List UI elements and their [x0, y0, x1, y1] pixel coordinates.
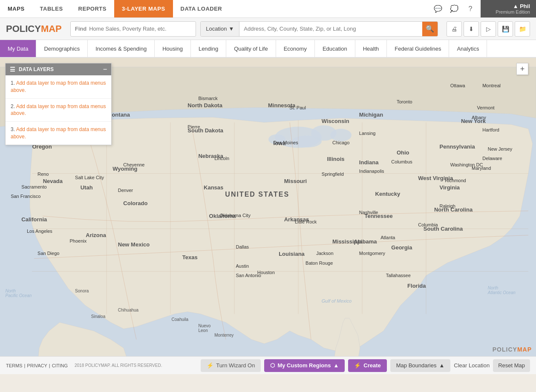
copyright-text: 2018 POLICYMAP. ALL RIGHTS RESERVED.: [75, 363, 162, 368]
location-box: Location ▼ 🔍: [200, 21, 438, 37]
nav-dataloader[interactable]: DATA LOADER: [173, 0, 230, 17]
username: ▲ Phil: [513, 3, 530, 9]
nav-3layer[interactable]: 3-LAYER MAPS: [114, 0, 173, 17]
svg-point-4: [292, 136, 322, 148]
layer-2-number: 2.: [11, 103, 16, 109]
map-container[interactable]: Oregon Idaho Montana Wyoming Nevada Cali…: [0, 58, 536, 374]
tab-housing[interactable]: Housing: [155, 40, 191, 57]
layer-2-text: Add data layer to map from data menus ab…: [11, 103, 106, 117]
top-right-icons: 💬 💭 ?: [432, 0, 481, 17]
comment-icon[interactable]: 💬: [432, 3, 444, 15]
custom-regions-icon: ⬡: [270, 362, 275, 369]
reset-map-btn[interactable]: Reset Map: [493, 359, 530, 372]
watermark-map: MAP: [517, 346, 532, 353]
clear-location-btn[interactable]: Clear Location: [454, 362, 490, 369]
zoom-in-button[interactable]: +: [516, 63, 528, 75]
find-input[interactable]: [89, 26, 191, 32]
footer-links: TERMS | PRIVACY | CITING: [6, 363, 68, 368]
create-label: Create: [363, 362, 380, 369]
search-bar: POLICYMAP Find Location ▼ 🔍 🖨 ⬇ ▷ 💾 📁: [0, 18, 536, 40]
layer-3-number: 3.: [11, 126, 16, 132]
layer-1-text: Add data layer to map from data menus ab…: [11, 80, 106, 93]
panel-close-button[interactable]: −: [103, 66, 107, 73]
tab-health[interactable]: Health: [355, 40, 387, 57]
tab-demographics[interactable]: Demographics: [36, 40, 88, 57]
find-box: Find: [70, 21, 196, 37]
toolbar-icons: 🖨 ⬇ ▷ 💾 📁: [447, 21, 530, 37]
map-boundaries-btn[interactable]: Map Boundaries ▲: [390, 359, 451, 372]
search-button[interactable]: 🔍: [422, 21, 438, 37]
chat-icon[interactable]: 💭: [448, 3, 460, 15]
help-icon[interactable]: ?: [464, 3, 476, 15]
tab-economy[interactable]: Economy: [276, 40, 315, 57]
footer-sep-2: |: [49, 363, 50, 368]
custom-regions-label: My Custom Regions: [277, 362, 331, 369]
location-input[interactable]: [239, 26, 422, 32]
panel-header: ☰ DATA LAYERS −: [6, 63, 111, 75]
tab-mydata[interactable]: My Data: [0, 40, 36, 57]
nav-tables[interactable]: TABLES: [32, 0, 71, 17]
terms-link[interactable]: TERMS: [6, 363, 23, 368]
map-boundaries-label: Map Boundaries: [396, 362, 437, 369]
layer-3-text: Add data layer to map from data menus ab…: [11, 126, 106, 140]
layer-3[interactable]: 3. Add data layer to map from data menus…: [6, 122, 111, 145]
save-icon[interactable]: 💾: [498, 21, 513, 37]
edition-label: Premium Edition: [496, 9, 530, 14]
layer-1-number: 1.: [11, 80, 16, 86]
tab-analytics[interactable]: Analytics: [449, 40, 487, 57]
tab-lending[interactable]: Lending: [191, 40, 226, 57]
svg-point-3: [268, 134, 285, 145]
wizard-toggle-btn[interactable]: ⚡ Turn Wizard On: [201, 359, 261, 372]
print-icon[interactable]: 🖨: [447, 21, 462, 37]
policymap-watermark: POLICYMAP: [493, 346, 532, 353]
location-label: Location: [206, 26, 227, 32]
layer-1[interactable]: 1. Add data layer to map from data menus…: [6, 75, 111, 99]
location-dropdown-btn[interactable]: Location ▼: [201, 22, 239, 36]
footer-sep-1: |: [24, 363, 26, 368]
layer-2[interactable]: 2. Add data layer to map from data menus…: [6, 99, 111, 122]
top-nav-bar: MAPS TABLES REPORTS 3-LAYER MAPS DATA LO…: [0, 0, 536, 18]
tab-incomes[interactable]: Incomes & Spending: [88, 40, 155, 57]
custom-regions-chevron: ▲: [333, 362, 339, 369]
tab-qol[interactable]: Quality of Life: [226, 40, 276, 57]
user-info[interactable]: ▲ Phil Premium Edition: [481, 0, 536, 17]
custom-regions-btn[interactable]: ⬡ My Custom Regions ▲: [264, 359, 345, 372]
location-chevron-icon: ▼: [228, 26, 234, 32]
data-layers-panel: ☰ DATA LAYERS − 1. Add data layer to map…: [5, 63, 112, 145]
citing-link[interactable]: CITING: [52, 363, 68, 368]
folder-icon[interactable]: 📁: [515, 21, 530, 37]
main-nav: My Data Demographics Incomes & Spending …: [0, 40, 536, 58]
privacy-link[interactable]: PRIVACY: [27, 363, 47, 368]
find-label: Find: [75, 26, 86, 32]
share-icon[interactable]: ▷: [481, 21, 496, 37]
download-icon[interactable]: ⬇: [464, 21, 479, 37]
logo-map: MAP: [41, 23, 62, 34]
nav-links: MAPS TABLES REPORTS 3-LAYER MAPS DATA LO…: [0, 0, 230, 17]
wizard-label: Turn Wizard On: [216, 362, 255, 369]
create-icon: ⚡: [354, 362, 361, 369]
tab-education[interactable]: Education: [315, 40, 355, 57]
bottom-actions: ⚡ Turn Wizard On ⬡ My Custom Regions ▲ ⚡…: [201, 359, 530, 372]
logo: POLICYMAP: [6, 23, 62, 34]
map-boundaries-chevron: ▲: [439, 362, 444, 369]
create-btn[interactable]: ⚡ Create: [348, 359, 386, 372]
wizard-icon: ⚡: [207, 362, 213, 369]
nav-reports[interactable]: REPORTS: [71, 0, 114, 17]
svg-point-5: [330, 129, 352, 142]
layers-icon: ☰: [10, 66, 15, 73]
logo-policy: POLICY: [6, 23, 41, 34]
panel-title: DATA LAYERS: [19, 66, 54, 72]
nav-maps[interactable]: MAPS: [0, 0, 32, 17]
watermark-policy: POLICY: [493, 346, 517, 353]
tab-federal[interactable]: Federal Guidelines: [387, 40, 449, 57]
bottom-bar: TERMS | PRIVACY | CITING 2018 POLICYMAP.…: [0, 356, 536, 374]
